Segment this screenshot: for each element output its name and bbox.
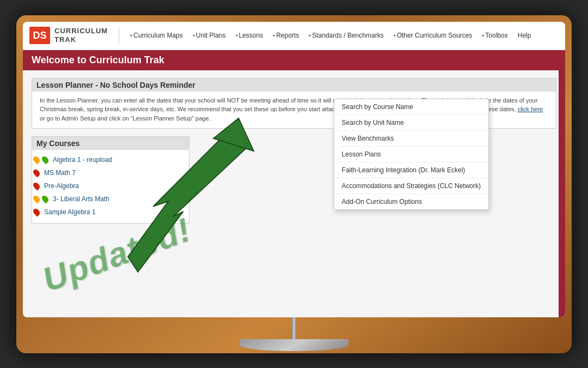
course-item-liberal-arts[interactable]: 3- Liberal Arts Math [32, 192, 189, 206]
map-pin-icon [41, 155, 50, 165]
nav-items: ▾ Curriculum Maps ▾ Unit Plans ▾ Lessons… [126, 29, 535, 41]
logo-text: CURRICULUM TRAK [54, 27, 108, 44]
other-curriculum-dropdown: Search by Course Name Search by Unit Nam… [334, 99, 489, 210]
dropdown-item-search-course[interactable]: Search by Course Name [334, 99, 488, 115]
chevron-down-icon: ▾ [193, 33, 195, 38]
dropdown-item-view-benchmarks[interactable]: View Benchmarks [334, 131, 488, 147]
chevron-down-icon: ▾ [130, 33, 132, 38]
tv-stand-neck [292, 317, 296, 339]
my-courses-title: My Courses [32, 137, 189, 150]
course-item-algebra1[interactable]: Algebra 1 - reupload [32, 153, 189, 166]
top-nav: DS CURRICULUM TRAK ▾ Curriculum Maps ▾ [23, 22, 565, 50]
dropdown-item-faith-learning[interactable]: Faith-Learning Integration (Dr. Mark Eck… [334, 162, 488, 178]
welcome-banner: Welcome to Curriculum Trak [23, 50, 565, 70]
nav-item-reports[interactable]: ▾ Reports [268, 29, 303, 41]
nav-item-curriculum-maps[interactable]: ▾ Curriculum Maps [126, 29, 187, 41]
map-pin-icon [32, 168, 41, 178]
course-item-ms-math7[interactable]: MS Math 7 [32, 166, 189, 179]
nav-item-lessons[interactable]: ▾ Lessons [231, 29, 268, 41]
chevron-down-icon: ▾ [309, 33, 311, 38]
course-item-pre-algebra[interactable]: Pre-Algebra [32, 179, 189, 192]
map-pin-icon [32, 182, 41, 191]
tv-screen-bezel: DS CURRICULUM TRAK ▾ Curriculum Maps ▾ [23, 22, 565, 317]
nav-divider [119, 27, 119, 44]
chevron-down-icon: ▾ [482, 33, 484, 38]
click-here-link[interactable]: click here [518, 106, 543, 112]
map-pin-icon [41, 195, 50, 204]
dropdown-item-lesson-plans[interactable]: Lesson Plans [334, 147, 488, 162]
map-pin-icon [32, 155, 41, 165]
map-pin-icon [32, 208, 41, 217]
map-pin-icon [32, 195, 41, 204]
red-right-bar [559, 70, 565, 317]
screen-content: DS CURRICULUM TRAK ▾ Curriculum Maps ▾ [23, 22, 565, 317]
course-item-sample-algebra[interactable]: Sample Algebra 1 [32, 206, 189, 219]
chevron-down-icon: ▾ [273, 33, 275, 38]
logo-area: DS CURRICULUM TRAK [28, 26, 108, 45]
dropdown-item-addon-curriculum[interactable]: Add-On Curriculum Options [334, 194, 488, 209]
main-content: Lesson Planner - No School Days Reminder… [23, 70, 565, 317]
chevron-down-icon: ▾ [394, 33, 396, 38]
nav-item-standards[interactable]: ▾ Standards / Benchmarks [304, 29, 388, 41]
chevron-down-icon: ▾ [236, 33, 238, 38]
dropdown-item-accommodations[interactable]: Accommodations and Strategies (CLC Netwo… [334, 178, 488, 194]
nav-item-toolbox[interactable]: ▾ Toolbox [477, 29, 512, 41]
logo-ds-badge: DS [28, 26, 51, 45]
dropdown-item-search-unit[interactable]: Search by Unit Name [334, 115, 488, 131]
nav-item-unit-plans[interactable]: ▾ Unit Plans [188, 29, 230, 41]
nav-item-other-curriculum[interactable]: ▾ Other Curriculum Sources [389, 29, 477, 41]
tv-frame: DS CURRICULUM TRAK ▾ Curriculum Maps ▾ [16, 15, 572, 353]
nav-item-help[interactable]: Help [513, 29, 536, 41]
tv-stand-base [240, 339, 348, 351]
courses-section: My Courses Algebra 1 - reupload MS Math … [32, 136, 189, 224]
lesson-planner-title: Lesson Planner - No School Days Reminder [32, 79, 556, 92]
